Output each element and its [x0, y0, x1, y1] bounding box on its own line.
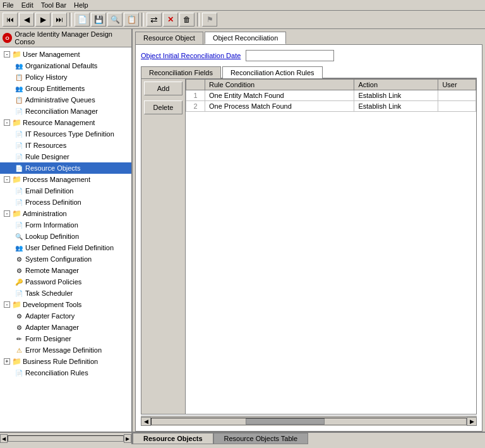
- tree-item-password-policies[interactable]: 🔑 Password Policies: [0, 276, 131, 288]
- tree-hscroll-track[interactable]: [8, 435, 124, 442]
- menu-toolbar[interactable]: Tool Bar: [41, 1, 66, 9]
- cell-action: Establish Link: [354, 101, 438, 112]
- menu-help[interactable]: Help: [74, 1, 88, 9]
- menu-file[interactable]: File: [3, 1, 14, 9]
- new-button[interactable]: 📄: [75, 13, 90, 27]
- cell-num: 2: [186, 101, 205, 112]
- label-admin-queues: Administrative Queues: [25, 96, 95, 104]
- data-table-wrap: Rule Condition Action User 1 One Entity …: [186, 79, 476, 414]
- scroll-tree-right[interactable]: ▶: [124, 434, 131, 443]
- h-scrollbar-area: ◀ ▶: [141, 416, 477, 426]
- copy-button[interactable]: 📋: [124, 13, 139, 27]
- icon-password-policies: 🔑: [14, 277, 24, 287]
- collapse-resource-mgmt[interactable]: -: [4, 119, 10, 126]
- table-container: Add Delete Rule Condition Action User: [141, 78, 477, 415]
- label-user-mgmt: User Management: [23, 51, 80, 58]
- icon-error-msg-def: ⚠: [14, 345, 24, 355]
- label-it-resources: IT Resources: [25, 142, 66, 149]
- scroll-right-button[interactable]: ▶: [467, 417, 477, 426]
- scroll-tree-left[interactable]: ◀: [0, 434, 8, 443]
- nav-back-button[interactable]: ◀: [19, 13, 34, 27]
- tree-item-remote-manager[interactable]: ⚙ Remote Manager: [0, 265, 131, 276]
- sync-button[interactable]: ⇄: [147, 13, 162, 27]
- label-org-defaults: Organizational Defaults: [25, 62, 97, 70]
- tree-item-org-defaults[interactable]: 👥 Organizational Defaults: [0, 60, 131, 71]
- tab-resource-object[interactable]: Resource Object: [135, 32, 203, 44]
- tree-item-task-scheduler[interactable]: 📄 Task Scheduler: [0, 288, 131, 299]
- sub-tab-recon-action-rules[interactable]: Reconciliation Action Rules: [222, 66, 323, 78]
- tree-item-policy-history[interactable]: 📋 Policy History: [0, 71, 131, 83]
- collapse-process-mgmt[interactable]: -: [4, 176, 10, 183]
- add-button[interactable]: Add: [144, 82, 183, 95]
- icon-admin-queues: 📋: [14, 95, 24, 105]
- oracle-header: O Oracle Identity Manager Design Conso: [0, 29, 131, 47]
- nav-forward-button[interactable]: ▶: [35, 13, 51, 27]
- tree-item-it-resources-type[interactable]: 📄 IT Resources Type Definition: [0, 128, 131, 140]
- icon-adapter-manager: ⚙: [14, 322, 24, 332]
- tab-object-reconciliation[interactable]: Object Reconciliation: [205, 32, 286, 44]
- label-recon-rules: Reconciliation Rules: [25, 369, 88, 377]
- tree-item-business-rule-def[interactable]: + 📁 Business Rule Definition: [0, 356, 131, 367]
- recon-date-label[interactable]: Object Initial Reconciliation Date: [141, 52, 241, 59]
- tree-item-error-msg-def[interactable]: ⚠ Error Message Definition: [0, 344, 131, 356]
- tree-item-user-mgmt[interactable]: - 📁 User Management: [0, 49, 131, 60]
- nav-forward-end-button[interactable]: ⏭: [52, 13, 67, 27]
- collapse-business-rule-def[interactable]: +: [4, 358, 10, 365]
- tree-item-resource-objects[interactable]: 📄 Resource Objects: [0, 162, 131, 174]
- tree-item-lookup-def[interactable]: 🔍 Lookup Definition: [0, 231, 131, 242]
- trash-button[interactable]: 🗑: [179, 13, 195, 27]
- toolbar: ⏮ ◀ ▶ ⏭ 📄 💾 🔍 📋 ⇄ ✕ 🗑 ⚑: [0, 11, 485, 29]
- label-administration: Administration: [23, 210, 67, 217]
- search-button[interactable]: 🔍: [107, 13, 123, 27]
- main-layout: O Oracle Identity Manager Design Conso -…: [0, 29, 485, 432]
- folder-icon-administration: 📁: [11, 209, 21, 219]
- h-scrollbar-thumb[interactable]: [246, 418, 325, 425]
- tree-item-it-resources[interactable]: 📄 IT Resources: [0, 140, 131, 151]
- recon-date-input[interactable]: [246, 50, 334, 61]
- table-row[interactable]: 1 One Entity Match Found Establish Link: [186, 90, 476, 101]
- tree-item-adapter-manager[interactable]: ⚙ Adapter Manager: [0, 322, 131, 333]
- label-form-designer: Form Designer: [25, 335, 71, 342]
- icon-resource-objects: 📄: [14, 163, 24, 173]
- cell-user: [438, 101, 476, 112]
- status-tab-resource-objects-table[interactable]: Resource Objects Table: [213, 433, 309, 444]
- scroll-left-button[interactable]: ◀: [141, 417, 151, 426]
- icon-it-resources-type: 📄: [14, 129, 24, 139]
- collapse-user-mgmt[interactable]: -: [4, 51, 10, 58]
- tree-item-form-info[interactable]: 📄 Form Information: [0, 219, 131, 231]
- tree-item-recon-rules[interactable]: 📄 Reconciliation Rules: [0, 367, 131, 378]
- save-button[interactable]: 💾: [91, 13, 106, 27]
- tree-item-system-config[interactable]: ⚙ System Configuration: [0, 253, 131, 265]
- icon-it-resources: 📄: [14, 140, 24, 150]
- col-header-rule-condition: Rule Condition: [205, 80, 354, 90]
- tree-item-rule-designer[interactable]: 📄 Rule Designer: [0, 151, 131, 162]
- sub-tab-recon-fields[interactable]: Reconciliation Fields: [141, 66, 221, 78]
- collapse-dev-tools[interactable]: -: [4, 301, 10, 308]
- menu-edit[interactable]: Edit: [21, 1, 33, 9]
- delete-button[interactable]: Delete: [144, 100, 183, 114]
- delete-button[interactable]: ✕: [163, 13, 178, 27]
- flag-button[interactable]: ⚑: [202, 13, 217, 27]
- tree-item-admin-queues[interactable]: 📋 Administrative Queues: [0, 94, 131, 106]
- tree-item-email-def[interactable]: 📄 Email Definition: [0, 185, 131, 197]
- tree-item-resource-mgmt[interactable]: - 📁 Resource Management: [0, 117, 131, 128]
- table-row[interactable]: 2 One Process Match Found Establish Link: [186, 101, 476, 112]
- h-scrollbar-track[interactable]: [151, 418, 467, 425]
- tree-item-form-designer[interactable]: ✏ Form Designer: [0, 333, 131, 344]
- tree-item-dev-tools[interactable]: - 📁 Development Tools: [0, 299, 131, 310]
- tree-item-process-def[interactable]: 📄 Process Definition: [0, 197, 131, 208]
- tree-item-recon-manager[interactable]: 📄 Reconciliation Manager: [0, 106, 131, 117]
- label-error-msg-def: Error Message Definition: [25, 346, 102, 354]
- tree-item-administration[interactable]: - 📁 Administration: [0, 208, 131, 219]
- nav-back-begin-button[interactable]: ⏮: [3, 13, 18, 27]
- tree-item-process-mgmt[interactable]: - 📁 Process Management: [0, 174, 131, 185]
- icon-lookup-def: 🔍: [14, 231, 24, 241]
- tree-item-group-entitlements[interactable]: 👥 Group Entitlements: [0, 83, 131, 94]
- folder-icon-user-mgmt: 📁: [11, 49, 21, 59]
- collapse-administration[interactable]: -: [4, 210, 10, 217]
- tree-item-user-defined-field[interactable]: 👥 User Defined Field Definition: [0, 242, 131, 253]
- tree-item-adapter-factory[interactable]: ⚙ Adapter Factory: [0, 310, 131, 322]
- toolbar-separator-3: [197, 13, 200, 27]
- status-tab-resource-objects[interactable]: Resource Objects: [133, 433, 213, 444]
- icon-org-defaults: 👥: [14, 61, 24, 71]
